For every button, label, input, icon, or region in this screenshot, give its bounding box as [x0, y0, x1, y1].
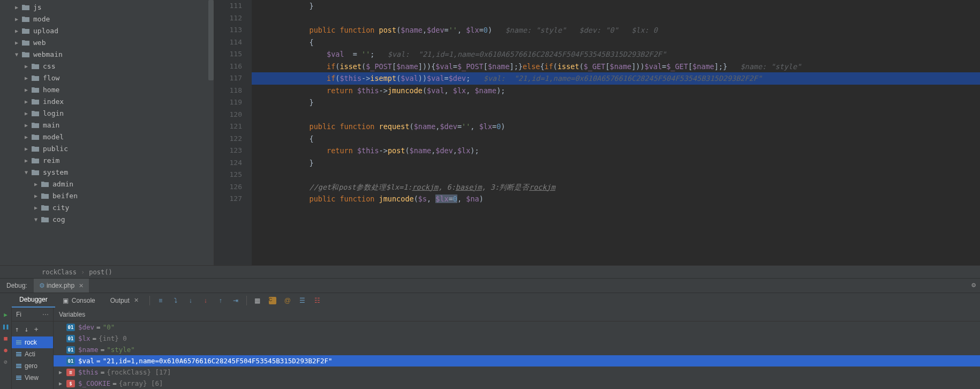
tree-item-main[interactable]: ▶main: [0, 119, 214, 131]
tree-item-system[interactable]: ▼system: [0, 166, 214, 178]
console-tab[interactable]: ▣ Console: [55, 293, 103, 308]
add-watch-button[interactable]: ☷: [310, 294, 325, 307]
breadcrumb-class[interactable]: rockClass: [42, 268, 77, 276]
tree-item-city[interactable]: ▶city: [0, 201, 214, 213]
tree-item-public[interactable]: ▶public: [0, 143, 214, 154]
breadcrumb-method[interactable]: post(): [89, 268, 112, 276]
tree-item-css[interactable]: ▶css: [0, 60, 214, 72]
stop-button[interactable]: ■: [1, 333, 11, 343]
tree-item-webmain[interactable]: ▼webmain: [0, 48, 214, 60]
code-line-125[interactable]: [252, 169, 980, 181]
chevron-icon[interactable]: ▶: [22, 134, 30, 140]
run-to-cursor-button[interactable]: ⇥: [228, 294, 243, 307]
resume-button[interactable]: ▶: [1, 310, 11, 319]
pause-button[interactable]: ❚❚: [1, 321, 11, 331]
tree-item-js[interactable]: ▶js: [0, 1, 214, 13]
debug-session-tab[interactable]: ⚙ index.php ✕: [34, 279, 89, 293]
tree-item-cog[interactable]: ▼cog: [0, 213, 214, 225]
chevron-icon[interactable]: ▶: [22, 63, 30, 69]
tree-item-admin[interactable]: ▶admin: [0, 178, 214, 190]
tree-item-flow[interactable]: ▶flow: [0, 72, 214, 84]
frame-down-button[interactable]: ↓: [25, 325, 29, 333]
tree-item-web[interactable]: ▶web: [0, 36, 214, 48]
code-line-117[interactable]: if($this->isempt($val))$val=$dev; $val: …: [252, 72, 980, 85]
mark-button[interactable]: C: [265, 294, 280, 307]
code-line-122[interactable]: {: [252, 133, 980, 145]
code-line-114[interactable]: {: [252, 36, 980, 49]
chevron-icon[interactable]: ▶: [22, 99, 30, 104]
code-area[interactable]: } public function post($name,$dev='', $l…: [252, 0, 980, 265]
code-line-119[interactable]: }: [252, 96, 980, 109]
code-line-118[interactable]: return $this->jmuncode($val, $lx, $name)…: [252, 85, 980, 97]
chevron-icon[interactable]: ▶: [22, 75, 30, 81]
project-tree[interactable]: ▶js▶mode▶upload▶web▼webmain▶css▶flow▶hom…: [0, 0, 214, 265]
code-line-121[interactable]: public function request($name,$dev='', $…: [252, 121, 980, 133]
frame-item[interactable]: rock: [12, 336, 53, 348]
code-line-116[interactable]: if(isset($_POST[$name])){$val=$_POST[$na…: [252, 61, 980, 73]
chevron-icon[interactable]: ▶: [22, 122, 30, 128]
mute-breakpoints-button[interactable]: ⊘: [1, 357, 11, 366]
tree-item-mode[interactable]: ▶mode: [0, 13, 214, 25]
tree-item-index[interactable]: ▶index: [0, 95, 214, 107]
list-button[interactable]: ☰: [295, 294, 310, 307]
code-line-113[interactable]: public function post($name,$dev='', $lx=…: [252, 24, 980, 36]
frame-up-button[interactable]: ↑: [15, 325, 19, 333]
chevron-icon[interactable]: ▶: [32, 181, 40, 187]
chevron-icon[interactable]: ▶: [22, 87, 30, 93]
force-step-into-button[interactable]: ↓: [198, 294, 213, 307]
chevron-icon[interactable]: ▶: [13, 4, 20, 10]
evaluate-button[interactable]: ▦: [250, 294, 265, 307]
frame-item[interactable]: View: [12, 372, 53, 384]
step-over-button[interactable]: ⤵: [168, 294, 183, 307]
code-line-127[interactable]: public function jmuncode($s, $lx=0, $na): [252, 193, 980, 205]
variable-row[interactable]: ▶$$_COOKIE = {array} [6]: [54, 378, 980, 389]
frame-add-button[interactable]: +: [34, 325, 39, 333]
variable-row[interactable]: 01$name = "style": [54, 344, 980, 355]
variable-row[interactable]: 01$lx = {int} 0: [54, 333, 980, 344]
chevron-icon[interactable]: ▶: [22, 158, 30, 163]
code-line-124[interactable]: }: [252, 157, 980, 169]
tree-item-beifen[interactable]: ▶beifen: [0, 190, 214, 201]
chevron-icon[interactable]: ▶: [32, 193, 40, 199]
tree-item-login[interactable]: ▶login: [0, 107, 214, 119]
chevron-icon[interactable]: ▶: [59, 380, 66, 386]
chevron-icon[interactable]: ▶: [59, 369, 66, 375]
tree-item-upload[interactable]: ▶upload: [0, 25, 214, 36]
code-editor[interactable]: 1111121131141151161171181191201211221231…: [214, 0, 980, 265]
close-icon[interactable]: ✕: [79, 282, 84, 289]
tree-item-model[interactable]: ▶model: [0, 131, 214, 143]
frames-more-icon[interactable]: ⋯: [42, 311, 49, 318]
chevron-icon[interactable]: ▶: [32, 205, 40, 211]
close-icon[interactable]: ✕: [134, 297, 139, 304]
frame-item[interactable]: Acti: [12, 348, 53, 360]
chevron-icon[interactable]: ▶: [22, 110, 30, 116]
chevron-icon[interactable]: ▶: [22, 146, 30, 152]
code-line-115[interactable]: $val = ''; $val: "21,id=1,name=0x610A657…: [252, 48, 980, 61]
code-line-120[interactable]: [252, 109, 980, 121]
step-out-button[interactable]: ↑: [213, 294, 228, 307]
tree-item-reim[interactable]: ▶reim: [0, 154, 214, 166]
debug-settings-button[interactable]: ⚙: [971, 281, 976, 289]
code-line-111[interactable]: }: [252, 0, 980, 12]
chevron-icon[interactable]: ▶: [13, 28, 20, 34]
code-line-126[interactable]: //get和post参数处理$lx=1:rockjm, 6:basejm, 3:…: [252, 181, 980, 193]
resume-evaluate-button[interactable]: ≡: [153, 294, 168, 307]
variable-row[interactable]: 01$val = "21,id=1,name=0x610A6576616C282…: [54, 355, 980, 366]
view-breakpoints-button[interactable]: ●: [1, 345, 11, 355]
chevron-icon[interactable]: ▼: [32, 216, 40, 222]
chevron-icon[interactable]: ▼: [22, 169, 30, 175]
at-button[interactable]: @: [280, 294, 295, 307]
chevron-icon[interactable]: ▼: [13, 51, 20, 57]
code-line-123[interactable]: return $this->post($name,$dev,$lx);: [252, 145, 980, 157]
code-line-112[interactable]: [252, 12, 980, 25]
step-into-button[interactable]: ↓: [183, 294, 198, 307]
chevron-icon[interactable]: ▶: [13, 16, 20, 22]
frame-item[interactable]: gero: [12, 360, 53, 372]
chevron-icon[interactable]: ▶: [13, 40, 20, 46]
tree-item-home[interactable]: ▶home: [0, 84, 214, 95]
output-tab[interactable]: Output ✕: [103, 293, 146, 308]
debugger-tab[interactable]: Debugger: [12, 293, 55, 308]
variable-row[interactable]: 01$dev = "0": [54, 321, 980, 333]
breadcrumb[interactable]: rockClass › post(): [0, 265, 980, 278]
sidebar-scrollbar[interactable]: [208, 0, 214, 80]
